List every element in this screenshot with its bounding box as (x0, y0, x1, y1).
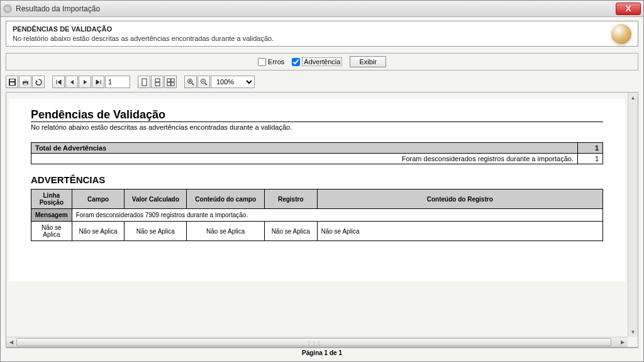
svg-rect-7 (155, 79, 160, 82)
close-button[interactable]: X (616, 3, 641, 15)
report-subtitle: No relatório abaixo estão descritas as a… (31, 123, 603, 131)
svg-rect-1 (10, 79, 14, 81)
scroll-left-icon[interactable]: ◀ (6, 337, 16, 347)
summary-table: Total de Advertências 1 Foram desconside… (31, 142, 603, 164)
cell-valor: Não se Aplica (125, 222, 187, 241)
report-scroll[interactable]: Pendências de Validação No relatório aba… (6, 93, 628, 337)
continuous-page-button[interactable] (151, 76, 164, 88)
header-panel: PENDÊNCIAS DE VALIDAÇÃO No relatório aba… (6, 21, 638, 47)
single-page-button[interactable] (138, 76, 150, 88)
col-campo: Campo (72, 189, 125, 209)
report-title: Pendências de Validação (31, 108, 603, 122)
col-valor: Valor Calculado (125, 189, 187, 209)
scroll-track[interactable]: ⋮⋮⋮ (16, 337, 618, 347)
table-header-row: Linha Posição Campo Valor Calculado Cont… (31, 189, 603, 209)
page-indicator: Página 1 de 1 (302, 349, 342, 356)
cell-campo: Não se Aplica (72, 222, 125, 241)
table-row: Total de Advertências 1 (31, 143, 603, 154)
message-content: Foram desconsiderados 7909 registros dur… (72, 209, 602, 222)
report-page: Pendências de Validação No relatório aba… (9, 99, 625, 281)
page-number-input[interactable] (105, 76, 130, 88)
content-area: PENDÊNCIAS DE VALIDAÇÃO No relatório aba… (1, 17, 643, 361)
summary-total-label: Total de Advertências (31, 143, 578, 154)
col-registro: Registro (264, 189, 317, 209)
vertical-scrollbar[interactable]: ▲ ▼ (628, 93, 638, 337)
footer-bar: Página 1 de 1 (6, 348, 638, 358)
table-row: Não se Aplica Não se Aplica Não se Aplic… (31, 222, 603, 241)
cell-registro: Não se Aplica (264, 222, 317, 241)
titlebar[interactable]: Resultado da Importação X (1, 1, 643, 17)
cell-conteudo-registro: Não se Aplica (317, 222, 603, 241)
zoom-out-button[interactable] (197, 76, 210, 88)
scroll-thumb[interactable]: ⋮⋮⋮ (16, 338, 611, 346)
header-title: PENDÊNCIAS DE VALIDAÇÃO (13, 25, 631, 33)
warnings-checkbox[interactable] (292, 58, 300, 66)
window-title: Resultado da Importação (16, 4, 616, 13)
warnings-checkbox-group[interactable]: Advertência (292, 57, 342, 66)
cell-conteudo-campo: Não se Aplica (187, 222, 265, 241)
window: Resultado da Importação X PENDÊNCIAS DE … (0, 0, 644, 362)
svg-rect-12 (171, 82, 174, 86)
summary-note-value: 1 (578, 154, 603, 164)
report-viewport: Pendências de Validação No relatório aba… (6, 92, 638, 348)
zoom-in-button[interactable] (184, 76, 197, 88)
scroll-grip-icon: ⋮⋮⋮ (306, 339, 321, 345)
scroll-up-icon[interactable]: ▲ (628, 93, 638, 103)
col-conteudo-registro: Conteúdo do Registro (317, 189, 603, 209)
summary-total-value: 1 (578, 143, 603, 154)
svg-rect-8 (155, 82, 160, 86)
scroll-right-icon[interactable]: ▶ (618, 337, 628, 347)
print-button[interactable] (19, 76, 31, 88)
col-linha: Linha Posição (31, 189, 72, 209)
last-page-button[interactable] (92, 76, 104, 88)
warnings-table: Linha Posição Campo Valor Calculado Cont… (31, 189, 603, 241)
svg-rect-6 (142, 79, 147, 86)
refresh-button[interactable] (32, 76, 45, 88)
prev-page-button[interactable] (65, 76, 78, 88)
section-title: ADVERTÊNCIAS (31, 174, 603, 185)
toolbar: 100% (6, 74, 638, 89)
svg-line-18 (205, 83, 207, 85)
errors-label: Erros (268, 58, 284, 65)
warnings-label: Advertência (302, 57, 342, 66)
cell-linha: Não se Aplica (31, 222, 72, 241)
logo-icon (611, 24, 631, 44)
svg-rect-11 (167, 82, 170, 86)
show-button[interactable]: Exibir (350, 56, 386, 67)
next-page-button[interactable] (79, 76, 91, 88)
message-label: Mensagem (31, 209, 72, 222)
zoom-select[interactable]: 100% (211, 76, 255, 88)
summary-note-label: Foram desconsiderados registros durante … (31, 154, 578, 164)
svg-rect-9 (167, 79, 170, 82)
first-page-button[interactable] (52, 76, 65, 88)
svg-rect-2 (10, 82, 14, 85)
table-row: Foram desconsiderados registros durante … (31, 154, 603, 164)
svg-line-14 (192, 83, 194, 85)
filter-bar: Erros Advertência Exibir (6, 53, 638, 71)
scroll-down-icon[interactable]: ▼ (628, 327, 638, 337)
errors-checkbox[interactable] (258, 58, 266, 66)
multi-page-button[interactable] (164, 76, 177, 88)
save-button[interactable] (6, 76, 18, 88)
header-subtitle: No relatório abaixo estão descritas as a… (13, 35, 631, 42)
horizontal-scrollbar[interactable]: ◀ ⋮⋮⋮ ▶ (6, 337, 628, 347)
table-row: Mensagem Foram desconsiderados 7909 regi… (31, 209, 603, 222)
svg-rect-5 (24, 83, 27, 85)
errors-checkbox-group[interactable]: Erros (258, 58, 284, 66)
svg-rect-10 (171, 79, 174, 82)
app-icon (3, 4, 12, 13)
svg-rect-4 (24, 79, 27, 81)
col-conteudo-campo: Conteúdo do campo (187, 189, 265, 209)
